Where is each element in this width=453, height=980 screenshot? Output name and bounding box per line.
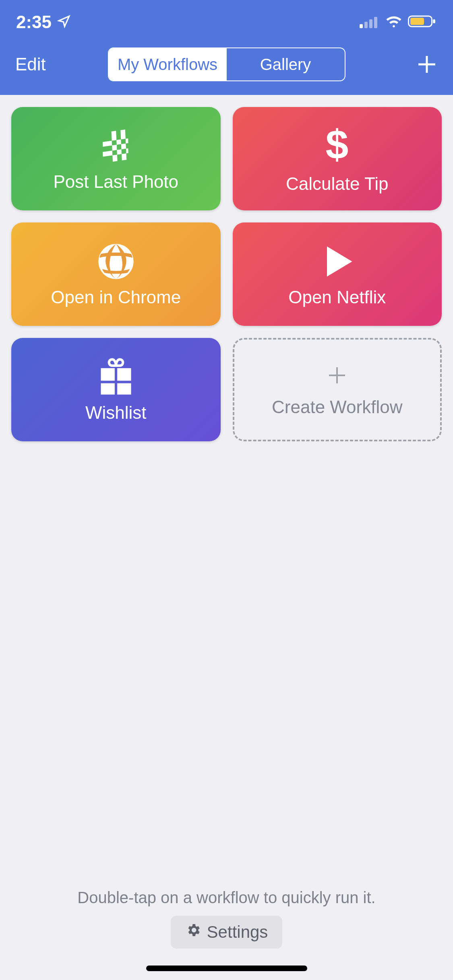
- battery-icon: [408, 12, 437, 32]
- svg-rect-1: [364, 22, 368, 28]
- segmented-control: My Workflows Gallery: [108, 47, 345, 81]
- create-workflow-tile[interactable]: Create Workflow: [233, 338, 442, 441]
- workflow-tile-label: Open Netflix: [288, 287, 386, 307]
- wifi-icon: [385, 12, 403, 32]
- tab-my-workflows[interactable]: My Workflows: [109, 48, 227, 80]
- svg-rect-2: [369, 19, 372, 28]
- svg-text:$: $: [326, 124, 349, 167]
- workflow-grid: Post Last Photo $ Calculate Tip Open: [11, 107, 442, 441]
- gift-icon: [96, 357, 136, 397]
- edit-button[interactable]: Edit: [15, 54, 46, 74]
- cellular-icon: [360, 12, 380, 32]
- svg-rect-5: [410, 18, 424, 25]
- nav-bar: Edit My Workflows Gallery: [0, 36, 453, 95]
- gear-icon: [185, 922, 201, 942]
- workflow-tile-label: Calculate Tip: [286, 174, 388, 194]
- add-button[interactable]: [416, 54, 438, 75]
- hint-text: Double-tap on a workflow to quickly run …: [77, 889, 375, 907]
- svg-rect-13: [101, 383, 114, 394]
- workflow-tile-label: Wishlist: [85, 403, 147, 423]
- svg-rect-14: [117, 383, 131, 394]
- settings-label: Settings: [207, 922, 268, 942]
- dollar-icon: $: [317, 124, 357, 168]
- workflow-tile-open-in-chrome[interactable]: Open in Chrome: [11, 222, 221, 326]
- workflow-tile-open-netflix[interactable]: Open Netflix: [233, 222, 442, 326]
- plus-icon: [416, 54, 438, 75]
- svg-rect-11: [101, 368, 114, 381]
- workflow-tile-wishlist[interactable]: Wishlist: [11, 338, 221, 441]
- play-icon: [317, 241, 357, 282]
- hash-icon: [96, 126, 136, 166]
- tab-gallery[interactable]: Gallery: [227, 48, 345, 80]
- globe-icon: [96, 241, 136, 282]
- workflow-tile-post-last-photo[interactable]: Post Last Photo: [11, 107, 221, 210]
- plus-icon: [324, 362, 350, 390]
- status-bar: 2:35: [0, 7, 453, 36]
- workflow-tile-calculate-tip[interactable]: $ Calculate Tip: [233, 107, 442, 210]
- svg-rect-3: [374, 17, 377, 28]
- header: 2:35: [0, 0, 453, 95]
- workflow-tile-label: Post Last Photo: [53, 172, 178, 192]
- settings-button[interactable]: Settings: [171, 916, 283, 949]
- svg-rect-12: [117, 368, 131, 381]
- home-indicator[interactable]: [146, 966, 307, 971]
- svg-rect-6: [433, 19, 435, 23]
- svg-rect-0: [360, 24, 363, 28]
- location-icon: [57, 12, 71, 32]
- workflow-tile-label: Open in Chrome: [51, 287, 181, 307]
- create-workflow-label: Create Workflow: [272, 397, 402, 417]
- status-time: 2:35: [16, 12, 52, 32]
- content: Post Last Photo $ Calculate Tip Open: [0, 95, 453, 980]
- svg-point-10: [98, 244, 134, 279]
